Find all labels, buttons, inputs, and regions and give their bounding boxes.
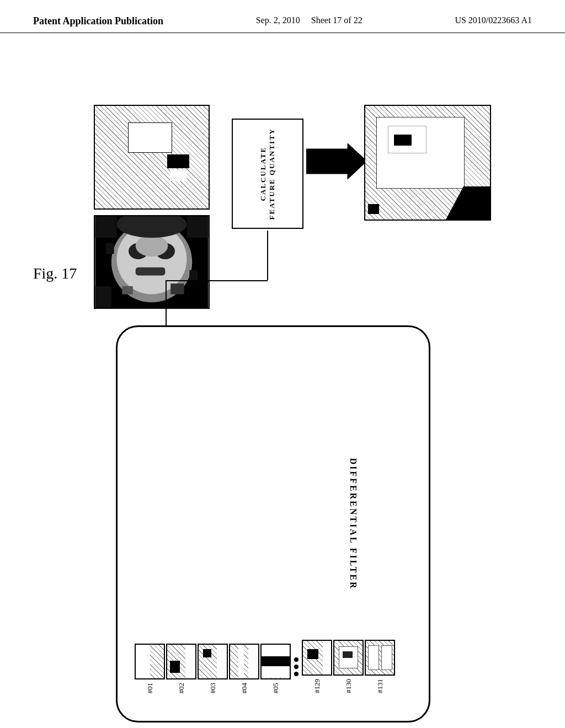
svg-marker-15 bbox=[306, 143, 367, 179]
output-image bbox=[364, 105, 491, 221]
filter-box-130 bbox=[333, 640, 364, 676]
filter-box-03 bbox=[198, 644, 228, 679]
filter-label-04: #04 bbox=[240, 683, 249, 694]
filter-item-02: #02 bbox=[166, 644, 196, 694]
filter-item-05: #05 bbox=[260, 644, 291, 694]
filter-box-131 bbox=[365, 640, 395, 676]
filter-item-dots: ... bbox=[292, 649, 301, 693]
filter-item-04: #04 bbox=[229, 644, 259, 694]
template-white-region bbox=[128, 122, 172, 153]
filter-label-01: #01 bbox=[146, 683, 154, 694]
page-header: Patent Application Publication Sep. 2, 2… bbox=[0, 0, 565, 33]
svg-rect-8 bbox=[186, 216, 208, 238]
filter-label-131: #131 bbox=[376, 679, 385, 693]
publication-title: Patent Application Publication bbox=[33, 15, 163, 27]
svg-rect-5 bbox=[136, 267, 166, 276]
filter-label-130: #130 bbox=[344, 679, 353, 693]
right-arrow bbox=[306, 143, 367, 179]
template-black-region bbox=[167, 154, 189, 168]
filter-dots bbox=[294, 649, 299, 684]
publication-date: Sep. 2, 2010 bbox=[256, 15, 300, 25]
filter-item-131: #131 bbox=[365, 640, 395, 693]
header-date-sheet: Sep. 2, 2010 Sheet 17 of 22 bbox=[256, 15, 363, 25]
patent-number: US 2010/0223663 A1 bbox=[455, 15, 532, 25]
calculate-label: CALCULATEFEATURE QUANTITY bbox=[259, 128, 276, 220]
filter-items-list: #01 #02 #03 bbox=[134, 344, 396, 704]
output-black-corner bbox=[446, 186, 490, 220]
sheet-number: Sheet 17 of 22 bbox=[311, 15, 363, 25]
face-image bbox=[94, 215, 210, 309]
filter-box-02 bbox=[166, 644, 196, 679]
svg-rect-13 bbox=[122, 286, 133, 295]
filter-item-129: #129 bbox=[302, 640, 332, 693]
filter-label-03: #03 bbox=[209, 683, 217, 694]
output-black-region bbox=[394, 135, 412, 146]
filter-label-02: #02 bbox=[177, 683, 186, 694]
output-black-patch bbox=[368, 204, 379, 214]
filter-item-03: #03 bbox=[198, 644, 228, 694]
svg-point-6 bbox=[136, 235, 168, 256]
differential-filter-container: DIFFERENTIAL FILTER #01 bbox=[116, 325, 430, 722]
filter-box-04 bbox=[229, 644, 259, 679]
connector-h1 bbox=[166, 280, 268, 281]
filter-label-05: #05 bbox=[271, 683, 280, 694]
filter-item-01: #01 bbox=[135, 644, 165, 694]
svg-rect-7 bbox=[95, 216, 116, 238]
svg-rect-14 bbox=[170, 283, 184, 295]
svg-rect-9 bbox=[95, 286, 111, 308]
output-inner-box bbox=[376, 117, 465, 189]
calculate-box: CALCULATEFEATURE QUANTITY bbox=[232, 119, 303, 229]
filter-box-129 bbox=[302, 640, 332, 676]
main-content: Fig. 17 bbox=[0, 33, 565, 717]
filter-box-01 bbox=[135, 644, 165, 679]
output-white-region bbox=[388, 126, 427, 153]
filter-label-129: #129 bbox=[313, 679, 322, 693]
face-svg bbox=[95, 216, 209, 308]
svg-rect-11 bbox=[106, 243, 114, 254]
template-white-small bbox=[170, 170, 186, 181]
filter-box-05 bbox=[260, 644, 291, 679]
svg-rect-12 bbox=[189, 270, 198, 281]
template-image bbox=[94, 105, 210, 210]
filter-item-130: #130 bbox=[333, 640, 364, 693]
connector-v1 bbox=[267, 231, 268, 280]
connector-v2 bbox=[166, 280, 167, 325]
output-white-small bbox=[395, 146, 409, 152]
figure-label: Fig. 17 bbox=[33, 265, 77, 282]
